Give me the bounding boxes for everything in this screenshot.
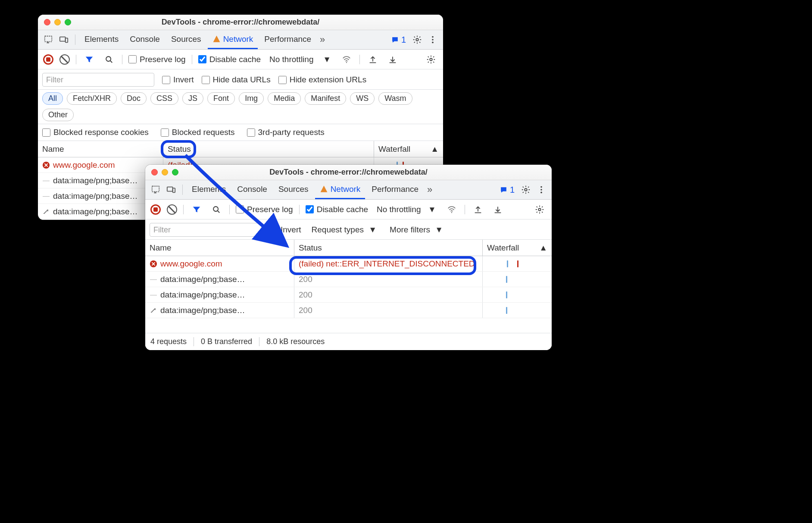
close-icon[interactable] (44, 19, 50, 25)
more-tabs-icon[interactable]: » (318, 33, 327, 47)
row-name-text: data:image/png;base… (160, 306, 245, 315)
more-filters-select[interactable]: More filters ▼ (387, 225, 446, 235)
col-name[interactable]: Name (38, 141, 163, 157)
download-har-icon[interactable] (386, 53, 400, 66)
clear-button[interactable] (59, 54, 70, 65)
tab-performance[interactable]: Performance (367, 180, 423, 199)
type-pill-css[interactable]: CSS (150, 92, 178, 105)
invert-checkbox[interactable]: Invert (269, 225, 301, 235)
filter-input[interactable] (42, 73, 154, 87)
inspect-icon[interactable] (41, 33, 55, 47)
tab-network[interactable]: Network (208, 30, 258, 49)
col-status[interactable]: Status (294, 240, 483, 256)
cell-status: (failed) net::ERR_INTERNET_DISCONNECTED (294, 256, 483, 271)
tab-network[interactable]: Network (315, 180, 365, 199)
type-pill-fetchxhr[interactable]: Fetch/XHR (67, 92, 117, 105)
more-tabs-icon[interactable]: » (425, 183, 434, 197)
col-name[interactable]: Name (145, 240, 294, 256)
filter-toggle-icon[interactable] (190, 203, 203, 216)
cell-name: —data:image/png;base… (38, 188, 163, 204)
throttling-select[interactable]: No throttling ▼ (374, 205, 439, 214)
type-pill-font[interactable]: Font (207, 92, 235, 105)
settings-icon[interactable] (519, 183, 533, 197)
filter-toggle-icon[interactable] (82, 53, 96, 66)
invert-checkbox[interactable]: Invert (162, 75, 194, 85)
kebab-icon[interactable] (534, 183, 548, 197)
inspect-icon[interactable] (149, 183, 162, 197)
maximize-icon[interactable] (65, 19, 71, 25)
type-pill-ws[interactable]: WS (350, 92, 375, 105)
blocked-requests-checkbox[interactable]: Blocked requests (161, 128, 235, 137)
search-icon[interactable] (102, 53, 116, 66)
cell-name: —data:image/png;base… (145, 272, 294, 287)
clear-button[interactable] (167, 204, 177, 215)
device-toggle-icon[interactable] (57, 33, 71, 47)
throttling-select[interactable]: No throttling ▼ (267, 55, 334, 64)
filter-bar: Invert Request types ▼ More filters ▼ (145, 219, 552, 240)
network-settings-icon[interactable] (533, 203, 547, 216)
hide-data-urls-checkbox[interactable]: Hide data URLs (202, 75, 271, 85)
table-row[interactable]: data:image/png;base…200 (145, 303, 552, 318)
tab-performance[interactable]: Performance (259, 30, 316, 49)
download-har-icon[interactable] (491, 203, 505, 216)
table-row[interactable]: —data:image/png;base…200 (145, 287, 552, 303)
record-button[interactable] (150, 204, 161, 215)
cell-name: —data:image/png;base… (145, 287, 294, 302)
tab-elements[interactable]: Elements (80, 30, 123, 49)
type-pill-js[interactable]: JS (182, 92, 203, 105)
network-conditions-icon[interactable] (445, 203, 459, 216)
table-header: Name Status Waterfall▲ (145, 240, 552, 256)
blocked-cookies-checkbox[interactable]: Blocked response cookies (42, 128, 149, 137)
tab-sources[interactable]: Sources (274, 180, 313, 199)
minimize-icon[interactable] (54, 19, 61, 25)
type-pill-img[interactable]: Img (239, 92, 264, 105)
row-name-text: data:image/png;base… (53, 176, 137, 185)
preserve-log-checkbox[interactable]: Preserve log (236, 205, 293, 214)
tab-console[interactable]: Console (232, 180, 272, 199)
disable-cache-checkbox[interactable]: Disable cache (198, 55, 261, 64)
col-waterfall[interactable]: Waterfall▲ (374, 141, 443, 157)
col-status[interactable]: Status (163, 141, 374, 157)
image-icon (42, 208, 50, 215)
devtools-window-2: DevTools - chrome-error://chromewebdata/… (145, 165, 552, 350)
titlebar[interactable]: DevTools - chrome-error://chromewebdata/ (145, 165, 552, 180)
type-pill-manifest[interactable]: Manifest (305, 92, 346, 105)
tab-sources[interactable]: Sources (166, 30, 206, 49)
type-pill-doc[interactable]: Doc (121, 92, 147, 105)
svg-point-18 (213, 207, 218, 211)
col-waterfall[interactable]: Waterfall▲ (483, 240, 552, 256)
settings-icon[interactable] (410, 33, 424, 47)
tab-elements[interactable]: Elements (187, 180, 231, 199)
upload-har-icon[interactable] (471, 203, 485, 216)
search-icon[interactable] (209, 203, 223, 216)
dash-icon: — (42, 177, 50, 185)
close-icon[interactable] (151, 169, 158, 175)
table-row[interactable]: —data:image/png;base…200 (145, 272, 552, 287)
request-types-select[interactable]: Request types ▼ (309, 225, 380, 235)
disable-cache-checkbox[interactable]: Disable cache (306, 205, 368, 214)
preserve-log-checkbox[interactable]: Preserve log (128, 55, 186, 64)
issues-badge[interactable]: 1 (388, 35, 409, 45)
issues-badge[interactable]: 1 (497, 185, 517, 195)
device-toggle-icon[interactable] (164, 183, 178, 197)
type-pill-wasm[interactable]: Wasm (378, 92, 412, 105)
record-button[interactable] (43, 54, 53, 65)
kebab-icon[interactable] (426, 33, 440, 47)
type-pill-other[interactable]: Other (42, 109, 74, 121)
maximize-icon[interactable] (172, 169, 178, 175)
titlebar[interactable]: DevTools - chrome-error://chromewebdata/ (38, 15, 443, 30)
hide-ext-urls-checkbox[interactable]: Hide extension URLs (278, 75, 366, 85)
warning-icon (320, 185, 328, 193)
network-conditions-icon[interactable] (340, 53, 353, 66)
tab-console[interactable]: Console (125, 30, 165, 49)
filter-input[interactable] (150, 223, 262, 237)
minimize-icon[interactable] (162, 169, 168, 175)
svg-rect-12 (167, 187, 173, 191)
type-pill-media[interactable]: Media (268, 92, 301, 105)
network-settings-icon[interactable] (424, 53, 438, 66)
cell-name: data:image/png;base… (145, 303, 294, 318)
upload-har-icon[interactable] (366, 53, 380, 66)
table-row[interactable]: www.google.com(failed) net::ERR_INTERNET… (145, 256, 552, 272)
third-party-checkbox[interactable]: 3rd-party requests (247, 128, 325, 137)
type-pill-all[interactable]: All (42, 92, 63, 105)
